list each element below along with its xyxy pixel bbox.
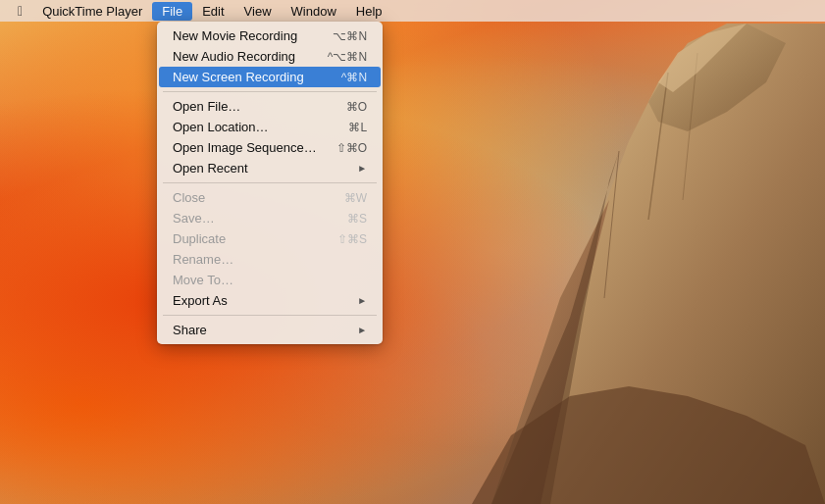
menu-new-audio[interactable]: New Audio Recording ^⌥⌘N [159,46,381,67]
separator-2 [163,182,377,183]
menu-open-image-seq[interactable]: Open Image Sequence… ⇧⌘O [159,137,381,158]
menu-move-to[interactable]: Move To… [159,270,381,290]
menubar:  QuickTime Player File Edit View Window… [0,0,825,22]
menu-new-screen[interactable]: New Screen Recording ^⌘N [159,67,381,87]
menubar-file[interactable]: File [152,2,192,21]
menubar-window[interactable]: Window [282,2,346,21]
menu-rename[interactable]: Rename… [159,249,381,270]
menu-close[interactable]: Close ⌘W [159,187,381,208]
menu-share[interactable]: Share ► [159,320,381,340]
menu-export-as[interactable]: Export As ► [159,290,381,311]
menu-open-file[interactable]: Open File… ⌘O [159,96,381,117]
file-dropdown: New Movie Recording ⌥⌘N New Audio Record… [157,22,383,344]
menubar-help[interactable]: Help [346,2,392,21]
menu-save[interactable]: Save… ⌘S [159,208,381,228]
separator-1 [163,91,377,92]
menubar-view[interactable]: View [234,2,282,21]
menu-duplicate[interactable]: Duplicate ⇧⌘S [159,228,381,249]
desktop-rock [315,24,825,504]
menu-open-recent[interactable]: Open Recent ► [159,158,381,178]
menu-new-movie[interactable]: New Movie Recording ⌥⌘N [159,25,381,46]
apple-menu[interactable]:  [8,3,32,19]
separator-3 [163,315,377,316]
menubar-quicktime[interactable]: QuickTime Player [32,2,152,21]
menubar-edit[interactable]: Edit [192,2,233,21]
menu-open-location[interactable]: Open Location… ⌘L [159,117,381,137]
